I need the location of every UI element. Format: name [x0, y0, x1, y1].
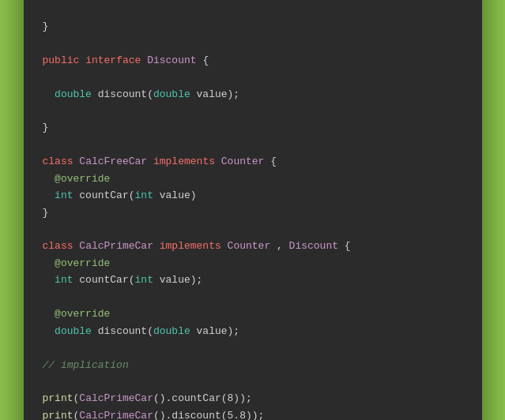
code-line-24: // implication: [43, 357, 463, 373]
code-line-20: [43, 289, 463, 306]
code-line-6: public interface Discount {: [43, 52, 463, 69]
code-line-14: int countCar(int value): [43, 187, 463, 204]
code-line-13: @override: [43, 171, 463, 187]
code-line-3: [43, 1, 463, 17]
code-editor: public interface Counter { int countCar(…: [24, 0, 482, 420]
code-line-23: [43, 339, 463, 356]
code-line-4: }: [43, 18, 463, 35]
code-line-11: [43, 137, 463, 153]
code-line-12: class CalcFreeCar implements Counter {: [43, 153, 463, 170]
code-line-27: print(CalcPrimeCar().discount(5.8));: [43, 407, 463, 420]
code-window: public interface Counter { int countCar(…: [24, 0, 482, 420]
code-line-21: @override: [43, 306, 463, 322]
code-line-25: [43, 373, 463, 390]
code-line-19: int countCar(int value);: [43, 272, 463, 288]
code-line-17: class CalcPrimeCar implements Counter , …: [43, 238, 463, 254]
code-line-16: [43, 221, 463, 238]
code-line-5: [43, 35, 463, 51]
code-line-10: }: [43, 119, 463, 136]
code-line-9: [43, 103, 463, 119]
code-line-26: print(CalcPrimeCar().countCar(8));: [43, 390, 463, 407]
code-line-7: [43, 69, 463, 85]
code-line-15: }: [43, 204, 463, 221]
code-line-22: double discount(double value);: [43, 323, 463, 339]
code-line-8: double discount(double value);: [43, 86, 463, 103]
code-line-18: @override: [43, 255, 463, 272]
